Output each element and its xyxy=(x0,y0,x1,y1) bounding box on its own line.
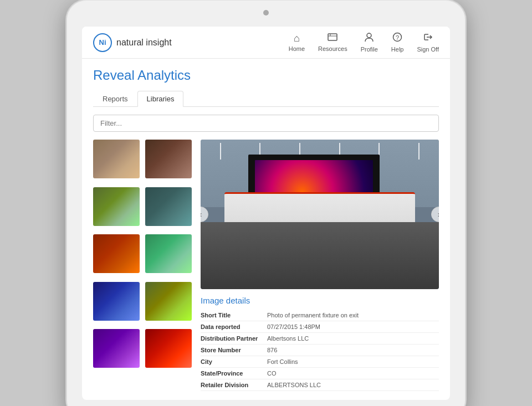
tablet-screen: Ni natural insight ⌂ Home Resources xyxy=(82,27,450,400)
detail-value-retailer-division: ALBERTSONS LLC xyxy=(267,379,439,391)
thumbnail-7[interactable] xyxy=(93,282,140,321)
home-icon: ⌂ xyxy=(294,33,300,44)
detail-label-store-number: Store Number xyxy=(201,345,267,356)
thumbnail-10[interactable] xyxy=(145,329,192,368)
tabs: Reports Libraries xyxy=(93,91,439,107)
details-table: Short Title Photo of permanent fixture o… xyxy=(201,310,439,391)
ceiling-light-1 xyxy=(220,143,221,160)
signoff-icon xyxy=(423,32,433,45)
detail-label-retailer-division: Retailer Division xyxy=(201,379,267,391)
detail-label-distribution-partner: Distribution Partner xyxy=(201,333,267,345)
thumbnail-grid xyxy=(93,140,193,372)
nav-signoff-label: Sign Off xyxy=(417,46,439,53)
thumbnail-6[interactable] xyxy=(145,234,192,273)
image-details: Image details Short Title Photo of perma… xyxy=(201,296,439,391)
tab-libraries[interactable]: Libraries xyxy=(137,91,184,107)
help-icon: ? xyxy=(392,32,402,45)
detail-row-retailer-division: Retailer Division ALBERTSONS LLC xyxy=(201,379,439,391)
thumbnail-3[interactable] xyxy=(93,187,140,226)
thumbnail-8[interactable] xyxy=(145,282,192,321)
nav-resources-label: Resources xyxy=(318,45,347,52)
nav-home-label: Home xyxy=(289,45,305,52)
logo-icon: Ni xyxy=(93,33,112,52)
profile-icon xyxy=(364,32,374,45)
svg-point-1 xyxy=(367,33,371,38)
nav-help-label: Help xyxy=(391,46,404,53)
thumbnail-9[interactable] xyxy=(93,329,140,368)
svg-text:?: ? xyxy=(396,34,399,41)
detail-value-short-title: Photo of permanent fixture on exit xyxy=(267,310,439,321)
detail-row-state: State/Province CO xyxy=(201,368,439,379)
main-image-container: ‹ › xyxy=(201,140,439,289)
thumbnail-4[interactable] xyxy=(145,187,192,226)
nav-profile[interactable]: Profile xyxy=(361,32,378,53)
detail-value-distribution-partner: Albertsons LLC xyxy=(267,333,439,345)
detail-value-state: CO xyxy=(267,368,439,379)
detail-label-data-reported: Data reported xyxy=(201,321,267,333)
tab-reports[interactable]: Reports xyxy=(93,91,137,107)
detail-label-short-title: Short Title xyxy=(201,310,267,321)
main-panel: ‹ › Image details Short Title Photo of p… xyxy=(201,140,439,391)
detail-value-city: Fort Collins xyxy=(267,356,439,368)
nav-signoff[interactable]: Sign Off xyxy=(417,32,439,53)
thumbnail-5[interactable] xyxy=(93,234,140,273)
content-area: Reveal Analytics Reports Libraries xyxy=(82,59,450,400)
resources-icon xyxy=(328,33,337,44)
nav-bar: Ni natural insight ⌂ Home Resources xyxy=(82,27,450,59)
tablet-frame: Ni natural insight ⌂ Home Resources xyxy=(66,0,466,406)
nav-help[interactable]: ? Help xyxy=(391,32,404,53)
detail-row-store-number: Store Number 876 xyxy=(201,345,439,356)
store-floor xyxy=(201,222,439,290)
detail-row-short-title: Short Title Photo of permanent fixture o… xyxy=(201,310,439,321)
store-display-image xyxy=(201,140,439,289)
svg-rect-0 xyxy=(328,34,337,40)
detail-value-store-number: 876 xyxy=(267,345,439,356)
ceiling-light-6 xyxy=(418,143,420,160)
logo-name: natural insight xyxy=(116,38,172,48)
detail-row-distribution-partner: Distribution Partner Albertsons LLC xyxy=(201,333,439,345)
thumbnail-2[interactable] xyxy=(145,140,192,178)
detail-label-state: State/Province xyxy=(201,368,267,379)
nav-home[interactable]: ⌂ Home xyxy=(289,33,305,52)
logo-area: Ni natural insight xyxy=(93,33,289,52)
nav-items: ⌂ Home Resources Profile xyxy=(289,32,439,53)
nav-resources[interactable]: Resources xyxy=(318,33,347,52)
page-title: Reveal Analytics xyxy=(93,68,439,83)
nav-profile-label: Profile xyxy=(361,46,378,53)
image-details-title: Image details xyxy=(201,296,439,305)
detail-value-data-reported: 07/27/2015 1:48PM xyxy=(267,321,439,333)
detail-label-city: City xyxy=(201,356,267,368)
tablet-camera xyxy=(263,10,269,16)
thumbnail-1[interactable] xyxy=(93,140,140,178)
detail-row-data-reported: Data reported 07/27/2015 1:48PM xyxy=(201,321,439,333)
filter-input[interactable] xyxy=(93,115,439,132)
detail-row-city: City Fort Collins xyxy=(201,356,439,368)
main-area: ‹ › Image details Short Title Photo of p… xyxy=(93,140,439,391)
